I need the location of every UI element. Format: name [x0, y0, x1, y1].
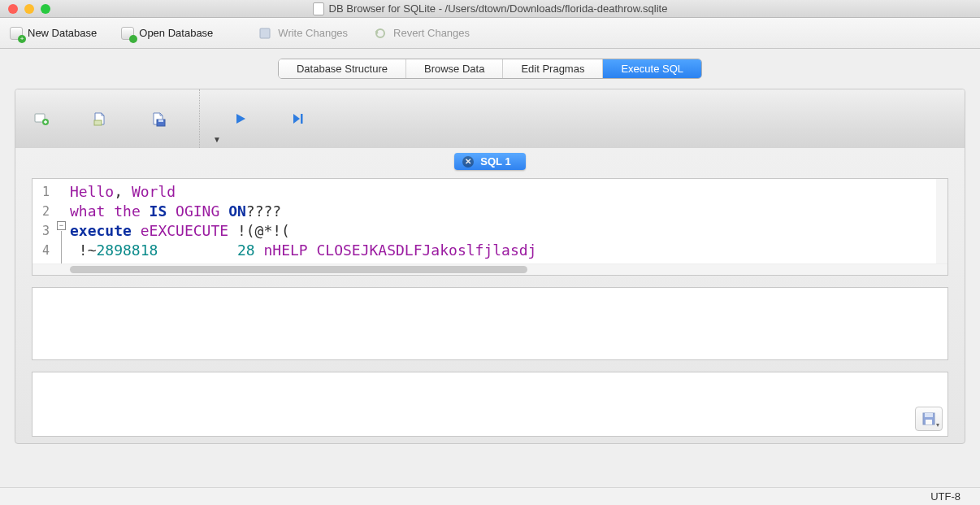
svg-rect-6	[158, 120, 163, 122]
editor-vertical-scrollbar[interactable]	[936, 179, 947, 263]
script-tab-label: SQL 1	[480, 155, 510, 168]
token: nHELP	[263, 242, 307, 259]
window-title-text: DB Browser for SQLite - /Users/dtown/Dow…	[329, 2, 668, 15]
token: OGING	[176, 202, 219, 220]
svg-rect-7	[301, 114, 303, 124]
fold-column: −	[55, 179, 70, 275]
tab-database-structure[interactable]: Database Structure	[279, 59, 406, 78]
token: ,	[114, 183, 132, 200]
new-database-button[interactable]: + New Database	[10, 27, 97, 40]
database-open-icon	[121, 27, 134, 40]
close-window-button[interactable]	[8, 4, 18, 14]
token: !(@*!(	[228, 222, 290, 239]
run-icon[interactable]	[232, 111, 249, 127]
database-new-icon: +	[10, 27, 23, 40]
token: eEXCUECUTE	[141, 222, 228, 239]
token: Hello	[70, 183, 114, 200]
token	[141, 202, 150, 220]
token: CLOSEJKASDLFJakoslfjlasdj	[316, 242, 536, 259]
token	[158, 242, 237, 259]
token: !~	[70, 242, 97, 259]
tab-execute-sql-label: Execute SQL	[621, 63, 683, 75]
script-tabs: ✕ SQL 1	[15, 148, 965, 170]
token: IS	[150, 202, 167, 220]
token: World	[132, 183, 176, 200]
main-toolbar: + New Database Open Database Write Chang…	[0, 18, 980, 49]
line-number: 3	[33, 221, 54, 241]
open-database-label: Open Database	[139, 27, 213, 39]
token: ON	[228, 202, 246, 220]
code-area[interactable]: Hello, World what the IS OGING ON???? ex…	[70, 179, 947, 275]
token: 28	[237, 242, 255, 259]
sql-editor[interactable]: 1 2 3 4 − Hello, World what the IS OGING…	[32, 178, 948, 276]
zoom-window-button[interactable]	[41, 4, 50, 14]
token	[308, 242, 317, 259]
new-tab-icon[interactable]	[33, 111, 50, 127]
window-controls	[0, 4, 50, 14]
window-title: DB Browser for SQLite - /Users/dtown/Dow…	[0, 2, 980, 15]
write-changes-button: Write Changes	[257, 25, 348, 41]
svg-rect-4	[94, 120, 102, 125]
token: what	[70, 202, 105, 220]
token	[167, 202, 176, 220]
token: 2898818	[97, 242, 158, 259]
fold-guide	[61, 231, 62, 263]
fold-toggle-icon[interactable]: −	[57, 221, 66, 230]
write-changes-icon	[257, 25, 273, 41]
token	[219, 202, 228, 220]
main-tabs: Database Structure Browse Data Edit Prag…	[0, 59, 980, 79]
svg-rect-10	[926, 420, 932, 424]
script-tab-sql1[interactable]: ✕ SQL 1	[454, 153, 525, 170]
window-titlebar: DB Browser for SQLite - /Users/dtown/Dow…	[0, 0, 980, 18]
results-panel	[32, 287, 948, 360]
svg-rect-9	[925, 413, 933, 417]
line-gutter: 1 2 3 4	[33, 179, 55, 275]
open-database-button[interactable]: Open Database	[121, 27, 213, 40]
tab-edit-pragmas[interactable]: Edit Pragmas	[503, 59, 603, 78]
toolbar-dropdown-icon[interactable]: ▼	[213, 135, 221, 144]
minimize-window-button[interactable]	[24, 4, 34, 14]
scrollbar-thumb[interactable]	[70, 266, 527, 273]
status-bar: UTF-8	[0, 487, 980, 505]
revert-changes-label: Revert Changes	[393, 27, 470, 39]
tab-browse-data[interactable]: Browse Data	[406, 59, 503, 78]
editor-horizontal-scrollbar[interactable]	[33, 263, 947, 275]
encoding-indicator[interactable]: UTF-8	[930, 490, 960, 503]
token: ????	[246, 202, 281, 220]
save-file-icon[interactable]	[150, 111, 167, 127]
document-icon	[313, 2, 324, 15]
token: the	[114, 202, 141, 220]
revert-changes-button: Revert Changes	[372, 25, 470, 41]
token	[105, 202, 114, 220]
svg-rect-0	[260, 28, 270, 38]
token: execute	[70, 222, 132, 239]
tab-database-structure-label: Database Structure	[297, 63, 388, 75]
messages-panel: ▾	[32, 372, 948, 437]
close-tab-icon[interactable]: ✕	[462, 156, 474, 168]
tab-execute-sql[interactable]: Execute SQL	[603, 59, 701, 78]
chevron-down-icon: ▾	[936, 421, 939, 429]
line-number: 2	[33, 202, 54, 221]
open-file-icon[interactable]	[92, 111, 108, 127]
write-changes-label: Write Changes	[278, 27, 348, 39]
save-results-button[interactable]: ▾	[915, 407, 943, 431]
token	[255, 242, 264, 259]
token	[132, 222, 141, 239]
tab-edit-pragmas-label: Edit Pragmas	[521, 63, 584, 75]
sql-toolbar: ▼	[15, 89, 965, 148]
run-line-icon[interactable]	[291, 111, 307, 127]
new-database-label: New Database	[28, 27, 97, 39]
line-number: 1	[33, 182, 54, 202]
tab-browse-data-label: Browse Data	[424, 63, 484, 75]
sql-workspace: ▼ ✕ SQL 1 1 2 3 4 − Hello, World what th…	[15, 89, 965, 444]
line-number: 4	[33, 241, 54, 260]
revert-changes-icon	[372, 25, 388, 41]
